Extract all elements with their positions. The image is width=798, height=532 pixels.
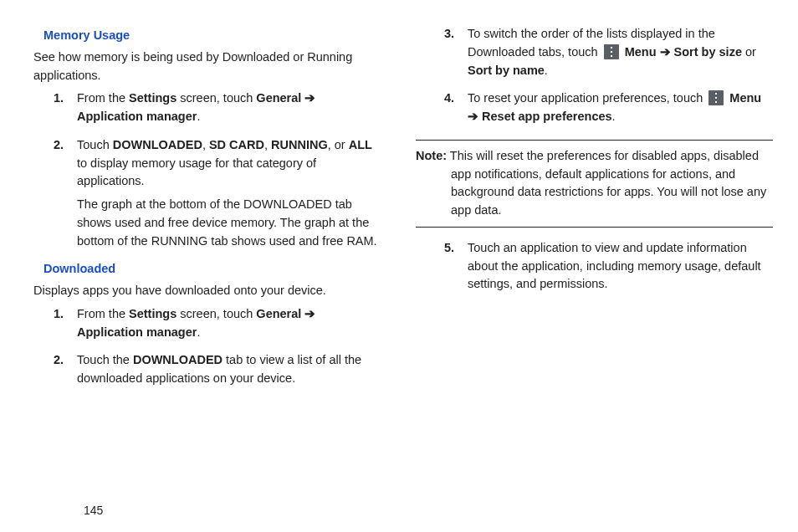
- text: To reset your application preferences, t…: [468, 91, 706, 105]
- bold-text: RUNNING: [271, 138, 328, 151]
- bold-text: Application manager: [77, 110, 197, 123]
- right-column: 3. To switch the order of the lists disp…: [416, 25, 773, 398]
- bold-text: General: [256, 307, 301, 320]
- list-item: 1. From the Settings screen, touch Gener…: [54, 90, 382, 131]
- text: From the: [77, 91, 129, 105]
- downloaded-list: 1. From the Settings screen, touch Gener…: [54, 305, 382, 393]
- text: The graph at the bottom of the DOWNLOADE…: [77, 196, 382, 250]
- item-body: To reset your application preferences, t…: [468, 90, 773, 131]
- arrow-icon: ➔: [468, 110, 482, 123]
- item-number: 1.: [54, 305, 77, 347]
- list-item: 2. Touch the DOWNLOADED tab to view a li…: [54, 351, 382, 393]
- item-body: From the Settings screen, touch General …: [77, 305, 382, 347]
- text: screen, touch: [176, 307, 256, 320]
- arrow-icon: ➔: [301, 307, 315, 320]
- list-item: 4. To reset your application preferences…: [444, 90, 773, 131]
- bold-text: Reset app preferences: [482, 110, 612, 123]
- bold-text: Menu: [729, 91, 761, 105]
- bold-text: Settings: [129, 91, 176, 105]
- text: , or: [328, 138, 349, 151]
- bold-text: Application manager: [77, 325, 197, 339]
- text: to display memory usage for that categor…: [77, 156, 316, 188]
- arrow-icon: ➔: [657, 45, 674, 59]
- note-text: This will reset the preferences for disa…: [447, 149, 766, 217]
- item-number: 1.: [54, 90, 77, 131]
- note-box: Note: This will reset the preferences fo…: [416, 140, 773, 228]
- text: Touch: [77, 138, 113, 151]
- text: .: [545, 64, 548, 77]
- text: From the: [77, 307, 129, 320]
- bold-text: ALL: [349, 138, 372, 151]
- downloaded-intro: Displays apps you have downloaded onto y…: [33, 282, 382, 300]
- item-body: From the Settings screen, touch General …: [77, 90, 382, 131]
- text: ,: [202, 138, 209, 151]
- text: or: [742, 45, 756, 59]
- memory-usage-list: 1. From the Settings screen, touch Gener…: [54, 90, 382, 255]
- item-number: 3.: [444, 25, 468, 84]
- text: .: [612, 110, 616, 123]
- menu-icon: [604, 44, 619, 59]
- memory-usage-intro: See how memory is being used by Download…: [33, 49, 382, 85]
- after-note-list: 5. Touch an application to view and upda…: [444, 239, 773, 299]
- note-label: Note:: [416, 149, 447, 162]
- text: .: [197, 325, 200, 339]
- bold-text: Menu: [625, 45, 657, 59]
- text: .: [197, 110, 200, 123]
- item-number: 5.: [444, 239, 468, 299]
- item-number: 4.: [444, 90, 468, 131]
- menu-icon: [708, 90, 724, 105]
- continued-list: 3. To switch the order of the lists disp…: [444, 25, 773, 131]
- item-body: To switch the order of the lists display…: [468, 25, 773, 84]
- item-body: Touch an application to view and update …: [468, 239, 773, 299]
- page-number: 145: [84, 504, 103, 517]
- list-item: 3. To switch the order of the lists disp…: [444, 25, 773, 84]
- list-item: 2. Touch DOWNLOADED, SD CARD, RUNNING, o…: [54, 136, 382, 256]
- item-body: Touch DOWNLOADED, SD CARD, RUNNING, or A…: [77, 136, 382, 256]
- bold-text: DOWNLOADED: [133, 353, 223, 366]
- bold-text: General: [256, 91, 301, 105]
- list-item: 1. From the Settings screen, touch Gener…: [54, 305, 382, 347]
- text: Touch the: [77, 353, 133, 366]
- bold-text: DOWNLOADED: [113, 138, 202, 151]
- heading-downloaded: Downloaded: [43, 260, 382, 279]
- item-body: Touch the DOWNLOADED tab to view a list …: [77, 351, 382, 393]
- bold-text: Sort by name: [468, 64, 545, 77]
- bold-text: Settings: [129, 307, 176, 320]
- text: ,: [264, 138, 271, 151]
- bold-text: Sort by size: [674, 45, 742, 59]
- left-column: Memory Usage See how memory is being use…: [25, 25, 382, 398]
- text: screen, touch: [176, 91, 256, 105]
- heading-memory-usage: Memory Usage: [43, 27, 382, 45]
- bold-text: SD CARD: [209, 138, 264, 151]
- page-content: Memory Usage See how memory is being use…: [0, 0, 798, 407]
- list-item: 5. Touch an application to view and upda…: [444, 239, 773, 299]
- item-number: 2.: [54, 351, 77, 393]
- arrow-icon: ➔: [301, 91, 315, 105]
- item-number: 2.: [54, 136, 77, 256]
- text: Touch an application to view and update …: [468, 239, 773, 294]
